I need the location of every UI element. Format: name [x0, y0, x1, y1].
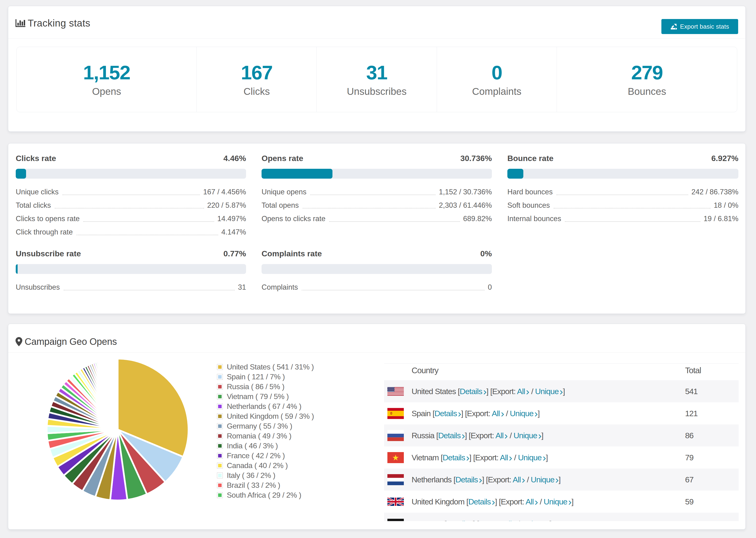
- export-icon: [671, 24, 677, 29]
- progress-bar-track: [261, 169, 492, 179]
- tracking-stats-summary: 1,152 Opens167 Clicks31 Unsubscribes0 Co…: [17, 47, 737, 112]
- dotted-leader: [77, 235, 218, 235]
- export-basic-stats-button[interactable]: Export basic stats: [661, 19, 738, 34]
- dotted-leader: [55, 208, 204, 208]
- dotted-leader: [329, 221, 460, 222]
- rate-section-bounce-rate: Bounce rate 6.927% Hard bounces 242 / 86…: [507, 153, 738, 239]
- legend-swatch: [217, 492, 223, 498]
- stat-value: 31: [366, 63, 387, 82]
- legend-label: United Kingdom ( 59 / 3% ): [227, 412, 314, 421]
- details-link[interactable]: Details: [446, 519, 473, 521]
- legend-swatch: [217, 433, 223, 439]
- rate-row-label: Complaints: [261, 281, 298, 294]
- legend-label: Canada ( 40 / 2% ): [227, 461, 288, 470]
- total-cell: 67: [685, 475, 739, 484]
- export-unique-link[interactable]: Unique: [531, 475, 559, 484]
- details-link[interactable]: Details: [438, 431, 465, 440]
- geo-table-row-netherlands: Netherlands [Details] [Export: All / Uni…: [384, 468, 739, 491]
- stat-label: Bounces: [628, 86, 666, 96]
- details-link[interactable]: Details: [434, 409, 461, 418]
- rate-section-value: 30.736%: [460, 153, 492, 163]
- rate-row-unsubscribes: Unsubscribes 31: [16, 281, 246, 294]
- total-cell: 541: [685, 387, 739, 396]
- progress-bar-fill: [16, 169, 26, 179]
- country-cell: Russia [Details] [Export: All / Unique]: [411, 431, 685, 440]
- rate-section-title: Clicks rate: [16, 153, 56, 163]
- legend-item: South Africa ( 29 / 2% ): [217, 490, 314, 500]
- rate-row-internal-bounces: Internal bounces 19 / 6.81%: [507, 212, 738, 225]
- progress-bar-fill: [16, 264, 18, 274]
- rate-section-title: Unsubscribe rate: [16, 249, 81, 258]
- rate-row-label: Internal bounces: [507, 212, 561, 225]
- rate-row-label: Total opens: [261, 198, 299, 212]
- rate-section-title: Opens rate: [261, 153, 303, 163]
- export-unique-link[interactable]: Unique: [522, 519, 550, 521]
- legend-label: Netherlands ( 67 / 4% ): [227, 402, 301, 411]
- export-all-link[interactable]: All: [517, 387, 529, 396]
- legend-item: Netherlands ( 67 / 4% ): [217, 402, 314, 411]
- geo-table-row-united-kingdom: United Kingdom [Details] [Export: All / …: [384, 491, 739, 512]
- legend-swatch: [217, 384, 223, 390]
- rate-row-value: 0: [488, 281, 492, 294]
- total-cell: 86: [685, 431, 739, 440]
- rate-row-label: Clicks to opens rate: [16, 212, 80, 225]
- rate-section-title: Bounce rate: [507, 153, 554, 163]
- rate-section-unsubscribe-rate: Unsubscribe rate 0.77% Unsubscribes 31: [16, 249, 246, 294]
- rate-section-header: Clicks rate 4.46%: [16, 153, 246, 163]
- export-unique-link[interactable]: Unique: [510, 409, 538, 418]
- chevron-right-icon: [458, 412, 461, 417]
- export-all-link[interactable]: All: [500, 453, 512, 462]
- details-link[interactable]: Details: [443, 453, 469, 462]
- chevron-right-icon: [466, 456, 469, 461]
- export-unique-link[interactable]: Unique: [544, 497, 572, 506]
- geo-table-row-vietnam: Vietnam [Details] [Export: All / Unique]…: [384, 447, 739, 468]
- export-all-link[interactable]: All: [492, 409, 504, 418]
- export-all-link[interactable]: All: [495, 431, 508, 440]
- dotted-leader: [554, 208, 711, 208]
- total-column-header: Total: [685, 366, 739, 375]
- export-unique-link[interactable]: Unique: [518, 453, 546, 462]
- progress-bar-track: [507, 169, 738, 179]
- flag-gb-icon: [387, 498, 404, 506]
- country-cell: United States [Details] [Export: All / U…: [411, 387, 685, 396]
- pie-slice[interactable]: [117, 359, 118, 430]
- total-cell: 121: [685, 409, 739, 418]
- legend-label: Vietnam ( 79 / 5% ): [227, 392, 289, 401]
- legend-label: Germany ( 55 / 3% ): [227, 422, 292, 430]
- legend-item: Spain ( 121 / 7% ): [217, 372, 314, 382]
- details-link[interactable]: Details: [468, 497, 495, 506]
- legend-label: India ( 46 / 3% ): [227, 442, 278, 450]
- stat-label: Clicks: [243, 86, 270, 96]
- legend-swatch: [217, 394, 223, 400]
- legend-label: France ( 42 / 2% ): [227, 452, 285, 460]
- rate-row-value: 220 / 5.87%: [207, 198, 246, 212]
- legend-swatch: [217, 423, 223, 429]
- export-unique-link[interactable]: Unique: [513, 431, 541, 440]
- stat-opens: 1,152 Opens: [17, 47, 197, 112]
- rate-row-value: 4.147%: [221, 225, 246, 239]
- legend-label: Italy ( 36 / 2% ): [227, 471, 275, 480]
- export-all-link[interactable]: All: [526, 497, 538, 506]
- legend-item: United States ( 541 / 31% ): [217, 362, 314, 372]
- rate-row-total-opens: Total opens 2,303 / 61.446%: [261, 198, 492, 212]
- legend-item: France ( 42 / 2% ): [217, 451, 314, 460]
- rate-row-value: 167 / 4.456%: [203, 185, 246, 198]
- progress-bar-track: [16, 264, 246, 274]
- chevron-right-icon: [509, 456, 512, 461]
- export-all-link[interactable]: All: [513, 475, 525, 484]
- rate-row-value: 31: [238, 281, 246, 294]
- flag-us-icon: [387, 387, 404, 396]
- rate-row-hard-bounces: Hard bounces 242 / 86.738%: [507, 185, 738, 198]
- details-link[interactable]: Details: [456, 475, 482, 484]
- geo-table-row-russia: Russia [Details] [Export: All / Unique] …: [384, 424, 739, 447]
- legend-swatch: [217, 443, 223, 449]
- export-unique-link[interactable]: Unique: [535, 387, 563, 396]
- card-title-tracking-stats: Tracking stats: [28, 18, 90, 29]
- progress-bar-fill: [507, 169, 523, 179]
- details-link[interactable]: Details: [460, 387, 486, 396]
- dotted-leader: [303, 208, 436, 208]
- export-all-link[interactable]: All: [504, 519, 516, 521]
- country-column-header: Country: [411, 366, 685, 375]
- legend-swatch: [217, 404, 223, 409]
- legend-swatch: [217, 463, 223, 468]
